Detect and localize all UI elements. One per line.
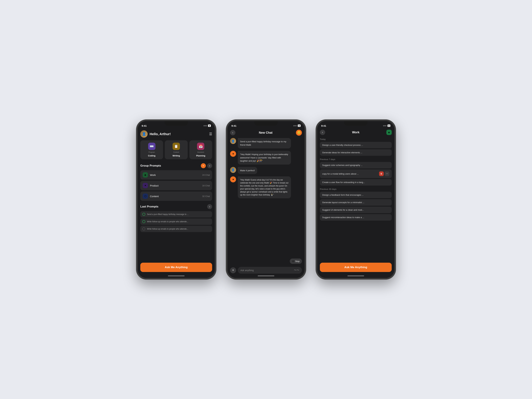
- stop-circle-icon: ⊙: [292, 260, 294, 262]
- status-time-1: 9:41: [142, 124, 147, 127]
- ask-me-anything-button-1[interactable]: Ask Me Anything: [140, 263, 212, 272]
- history-header: ‹ Work ◈: [320, 128, 392, 137]
- history-item-7[interactable]: Suggest UI elements for a clean and mod.…: [320, 207, 392, 213]
- planning-icon: 📅: [197, 143, 204, 150]
- coding-sub: Program: [148, 151, 155, 153]
- chat-input-placeholder: Ask anything: [241, 269, 292, 272]
- category-coding[interactable]: ⌨️ Program Coding: [140, 140, 163, 159]
- work-badge-icon: ◈: [386, 130, 392, 135]
- status-icons-2: ▿▿▿ ■: [293, 125, 301, 127]
- wifi-icon-2: ▿▿▿: [293, 125, 297, 127]
- history-item-5[interactable]: Design a feedback form that encourages .…: [320, 192, 392, 198]
- history-text-1: Generate ideas for interactive elements …: [322, 151, 362, 154]
- writing-name: Writing: [173, 154, 180, 157]
- prompt-list: Send a pun-filled happy birthday message…: [140, 211, 212, 232]
- screen-content-1: 👤 Hello, Arthur! ☰ ⌨️ Program Coding 📋 C…: [138, 128, 215, 275]
- stop-button[interactable]: ⊙ Stop: [290, 259, 302, 264]
- back-button-3[interactable]: ‹: [320, 130, 325, 135]
- history-text-0: Design a user-friendly checkout process …: [322, 144, 363, 146]
- chat-avatar-button[interactable]: 😊: [296, 130, 302, 136]
- category-writing[interactable]: 📋 Content Writing: [165, 140, 188, 159]
- group-item-product[interactable]: ✦ Product 16 Chat: [140, 181, 212, 190]
- message-text-0: Send a pun-filled happy birthday message…: [240, 140, 286, 146]
- battery-icon-1: ■: [208, 125, 211, 127]
- add-group-button[interactable]: +: [201, 163, 206, 168]
- status-time-2: 9:41: [231, 124, 236, 127]
- content-count: 32 Chat: [202, 195, 210, 197]
- status-icons-3: ▿▿▿ ■: [383, 125, 390, 127]
- wifi-icon-1: ▿▿▿: [203, 125, 207, 127]
- work-count: 24 Chat: [202, 174, 210, 176]
- writing-icon: 📋: [173, 143, 180, 150]
- greeting-prefix: Hello,: [150, 132, 159, 136]
- group-prompts-actions: + ›: [201, 163, 212, 168]
- group-item-content[interactable]: ⬡ Content 32 Chat: [140, 191, 212, 201]
- product-dot: ✦: [143, 183, 148, 188]
- user-avatar-msg-0: 👤: [230, 138, 236, 144]
- category-grid: ⌨️ Program Coding 📋 Content Writing 📅 As…: [140, 140, 212, 159]
- message-row-1: ✦ "Hey Malik! Hoping your birthday is pu…: [230, 151, 302, 165]
- history-text-2: Suggest color schemes and typography ...: [322, 164, 363, 166]
- user-avatar: 👤: [140, 130, 148, 138]
- wifi-icon-3: ▿▿▿: [383, 125, 386, 127]
- menu-icon[interactable]: ☰: [209, 132, 212, 136]
- chat-input-wrap[interactable]: Ask anything 〜〜: [238, 267, 302, 274]
- chat-add-button[interactable]: +: [230, 267, 236, 273]
- battery-icon-3: ■: [387, 125, 390, 127]
- planning-name: Planning: [196, 154, 205, 157]
- message-bubble-2: Make it perfect!: [238, 167, 257, 174]
- last-prompts-title: Last Prompts: [140, 205, 158, 208]
- category-planning[interactable]: 📅 Assistent Planning: [189, 140, 212, 159]
- history-item-0[interactable]: Design a user-friendly checkout process …: [320, 142, 392, 148]
- product-name: Product: [150, 184, 202, 187]
- screen-content-3: ‹ Work ◈ Today Design a user-friendly ch…: [317, 128, 394, 275]
- status-icons-1: ▿▿▿ ■: [203, 125, 211, 127]
- prompt-text-2: Write follow-up emails to people who att…: [147, 228, 188, 230]
- group-prompts-title: Group Prompts: [140, 164, 161, 167]
- home-bar-3: [348, 275, 364, 276]
- delete-history-button[interactable]: 🗑: [379, 171, 384, 176]
- last-prompts-header: Last Prompts ›: [140, 204, 212, 209]
- home-indicator-3: [317, 275, 394, 278]
- status-time-3: 9:41: [321, 124, 326, 127]
- expand-groups-button[interactable]: ›: [207, 163, 212, 168]
- history-item-3-active[interactable]: copy for a modal telling users about ...…: [320, 169, 392, 178]
- message-text-3: "Hey Malik! Guess what day it is? It's t…: [240, 179, 288, 196]
- ask-me-anything-button-3[interactable]: Ask Me Anything: [320, 263, 392, 272]
- content-dot: ⬡: [143, 194, 148, 199]
- back-button[interactable]: ‹: [230, 130, 235, 135]
- expand-prompts-button[interactable]: ›: [207, 204, 212, 209]
- prompt-dot-1: [142, 220, 145, 223]
- group-item-work[interactable]: ◈ Work 24 Chat: [140, 170, 212, 180]
- history-item-1[interactable]: Generate ideas for interactive elements …: [320, 149, 392, 156]
- prompt-item-1[interactable]: Write follow-up emails to people who att…: [140, 218, 212, 225]
- message-row-2: 👤 Make it perfect!: [230, 167, 302, 174]
- prev30-list: Design a feedback form that encourages .…: [320, 192, 392, 221]
- prompt-dot-0: [142, 213, 145, 216]
- message-bubble-3: "Hey Malik! Guess what day it is? It's t…: [238, 176, 291, 198]
- history-text-3: copy for a modal telling users about ...: [322, 173, 378, 175]
- today-list: Design a user-friendly checkout process …: [320, 142, 392, 156]
- user-avatar-msg-2: 👤: [230, 167, 236, 173]
- greeting: Hello, Arthur!: [150, 132, 209, 136]
- message-text-2: Make it perfect!: [240, 169, 255, 172]
- prompt-item-0[interactable]: Send a pun-filled happy birthday message…: [140, 211, 212, 217]
- history-item-4[interactable]: Create a user flow for onboarding in a l…: [320, 179, 392, 185]
- coding-name: Coding: [148, 154, 155, 157]
- history-item-6[interactable]: Generate layout concepts for a minimalis…: [320, 199, 392, 206]
- notch: [165, 121, 188, 126]
- messages-area: 👤 Send a pun-filled happy birthday messa…: [230, 138, 302, 258]
- chat-header: ‹ New Chat 😊: [230, 128, 302, 138]
- coding-icon: ⌨️: [148, 143, 155, 150]
- voice-icon[interactable]: 〜〜: [294, 268, 299, 272]
- more-history-button[interactable]: ⋯: [385, 171, 389, 176]
- phone-3: 9:41 ▿▿▿ ■ ‹ Work ◈ Today Design a user-…: [316, 120, 396, 279]
- prompt-text-0: Send a pun-filled happy birthday message…: [147, 213, 189, 215]
- message-row-3: ✦ "Hey Malik! Guess what day it is? It's…: [230, 176, 302, 198]
- history-item-2[interactable]: Suggest color schemes and typography ...: [320, 162, 392, 168]
- history-item-8[interactable]: Suggest microinteraction ideas to make a…: [320, 214, 392, 221]
- home-bar-1: [168, 275, 184, 276]
- work-name: Work: [150, 174, 202, 176]
- prompt-item-2[interactable]: Write follow-up emails to people who att…: [140, 226, 212, 232]
- message-bubble-1: "Hey Malik! Hoping your birthday is pun-…: [238, 151, 291, 165]
